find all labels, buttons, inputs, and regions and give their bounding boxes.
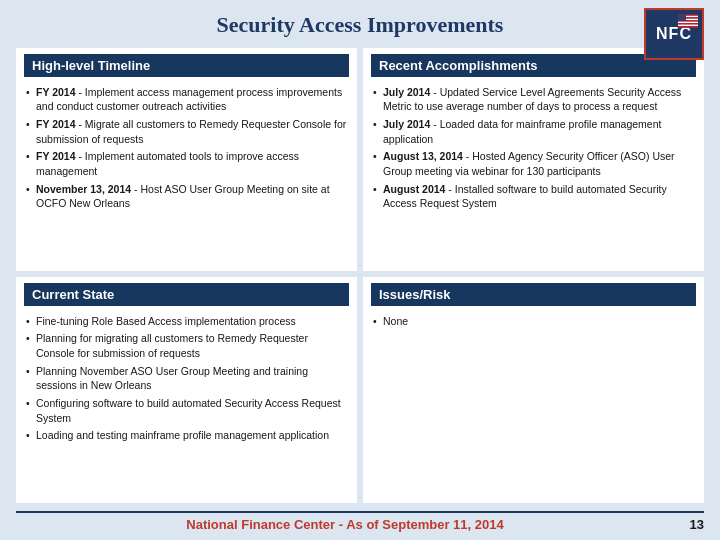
timeline-content: FY 2014 - Implement access management pr… (24, 83, 349, 263)
list-item: FY 2014 - Migrate all customers to Remed… (24, 115, 349, 147)
issues-list: None (371, 312, 696, 330)
svg-rect-5 (678, 22, 698, 23)
issues-header: Issues/Risk (371, 283, 696, 306)
logo-box: NFC (644, 8, 704, 60)
footer-text: National Finance Center - As of Septembe… (16, 517, 674, 532)
flag-icon (678, 14, 698, 28)
slide: Security Access Improvements NFC (0, 0, 720, 540)
timeline-header: High-level Timeline (24, 54, 349, 77)
list-item: November 13, 2014 - Host ASO User Group … (24, 180, 349, 212)
logo: NFC (644, 8, 704, 60)
issues-content: None (371, 312, 696, 495)
list-item: FY 2014 - Implement automated tools to i… (24, 148, 349, 180)
accomplishments-content: July 2014 - Updated Service Level Agreem… (371, 83, 696, 263)
header: Security Access Improvements NFC (16, 12, 704, 38)
accomplishments-section: Recent Accomplishments July 2014 - Updat… (363, 48, 704, 271)
logo-text: NFC (656, 26, 692, 42)
main-grid: High-level Timeline FY 2014 - Implement … (16, 48, 704, 503)
issues-section: Issues/Risk None (363, 277, 704, 503)
svg-rect-7 (678, 25, 698, 26)
current-state-section: Current State Fine-tuning Role Based Acc… (16, 277, 357, 503)
list-item: Planning November ASO User Group Meeting… (24, 362, 349, 394)
list-item: July 2014 - Updated Service Level Agreem… (371, 83, 696, 115)
list-item: August 2014 - Installed software to buil… (371, 180, 696, 212)
list-item: Fine-tuning Role Based Access implementa… (24, 312, 349, 330)
list-item: None (371, 312, 696, 330)
current-state-list: Fine-tuning Role Based Access implementa… (24, 312, 349, 445)
current-state-header: Current State (24, 283, 349, 306)
list-item: Planning for migrating all customers to … (24, 330, 349, 362)
list-item: Configuring software to build automated … (24, 394, 349, 426)
list-item: Loading and testing mainframe profile ma… (24, 427, 349, 445)
svg-rect-6 (678, 23, 698, 24)
timeline-list: FY 2014 - Implement access management pr… (24, 83, 349, 213)
footer-page: 13 (674, 517, 704, 532)
svg-rect-9 (678, 14, 686, 21)
slide-title: Security Access Improvements (217, 12, 504, 38)
list-item: July 2014 - Loaded data for mainframe pr… (371, 115, 696, 147)
footer: National Finance Center - As of Septembe… (16, 511, 704, 532)
current-state-content: Fine-tuning Role Based Access implementa… (24, 312, 349, 495)
svg-rect-8 (678, 26, 698, 28)
accomplishments-list: July 2014 - Updated Service Level Agreem… (371, 83, 696, 213)
list-item: August 13, 2014 - Hosted Agency Security… (371, 148, 696, 180)
list-item: FY 2014 - Implement access management pr… (24, 83, 349, 115)
timeline-section: High-level Timeline FY 2014 - Implement … (16, 48, 357, 271)
